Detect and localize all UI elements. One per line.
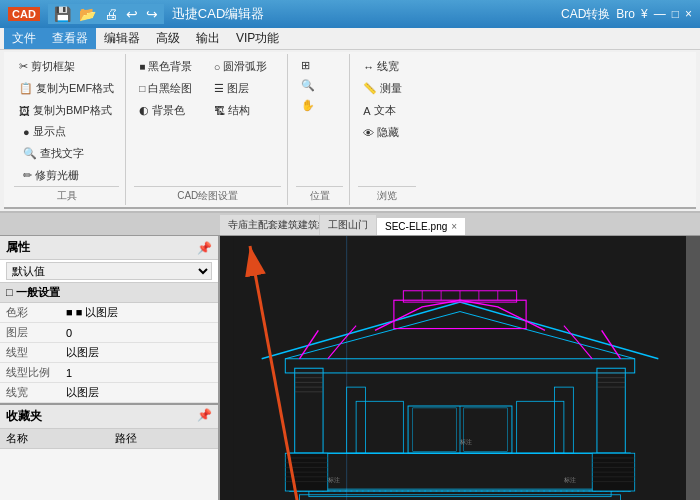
vertical-scrollbar[interactable]	[686, 236, 700, 500]
svg-text:标注: 标注	[459, 438, 472, 445]
menu-file[interactable]: 文件	[4, 28, 44, 49]
bg-color-icon: ◐	[139, 104, 149, 117]
structure-icon: 🏗	[214, 105, 225, 117]
svg-text:标注: 标注	[563, 476, 576, 483]
prop-name-1: 图层	[0, 323, 60, 343]
shelf-table: 名称 路径	[0, 429, 218, 449]
points-icon: ●	[23, 126, 30, 138]
shelf-pin-icon[interactable]: 📌	[197, 408, 212, 425]
shelf-header: 收藏夹 📌	[0, 403, 218, 429]
cut-frame-btn[interactable]: ✂ 剪切框架	[14, 56, 119, 77]
prop-section: □ 一般设置	[0, 283, 218, 303]
copy-emf-btn[interactable]: 📋 复制为EMF格式	[14, 78, 119, 99]
doc-tab-1[interactable]: 工图山门	[320, 215, 377, 235]
grid-btn[interactable]: ⊞	[296, 56, 343, 75]
menu-editor[interactable]: 编辑器	[96, 28, 148, 49]
prop-name-0: 色彩	[0, 303, 60, 323]
measure-btn[interactable]: 📏 测量	[358, 78, 416, 99]
svg-text:标注: 标注	[327, 476, 340, 483]
open-icon[interactable]: 📂	[77, 5, 98, 23]
emf-icon: 📋	[19, 82, 33, 95]
table-row: 线宽 以图层	[0, 383, 218, 403]
app-logo: CAD	[8, 7, 40, 21]
layers-icon: ☰	[214, 82, 224, 95]
prop-title: 属性	[6, 239, 30, 256]
menu-bar: 文件 查看器 编辑器 高级 输出 VIP功能	[0, 28, 700, 50]
maximize-btn[interactable]: □	[672, 7, 679, 21]
hide-btn[interactable]: 👁 隐藏	[358, 122, 416, 143]
ribbon-group-tools: ✂ 剪切框架 📋 复制为EMF格式 🖼 复制为BMP格式 ● 显示点	[8, 54, 126, 205]
print-icon[interactable]: 🖨	[102, 5, 120, 23]
redo-icon[interactable]: ↪	[144, 5, 160, 23]
bmp-icon: 🖼	[19, 105, 30, 117]
measure-icon: 📏	[363, 82, 377, 95]
prop-value-3: 1	[60, 363, 218, 383]
cut-icon: ✂	[19, 60, 28, 73]
shelf-title: 收藏夹	[6, 408, 42, 425]
table-row: 色彩 ■ ■ 以图层	[0, 303, 218, 323]
title-bar: CAD 💾 📂 🖨 ↩ ↪ 迅捷CAD编辑器 CAD转换 Bro ¥ — □ ×	[0, 0, 700, 28]
prop-table: 色彩 ■ ■ 以图层 图层 0 线型 以图层 线型比例 1 线宽 以图层	[0, 303, 218, 403]
black-bg-btn[interactable]: ■ 黑色背景	[134, 56, 207, 77]
prop-name-2: 线型	[0, 343, 60, 363]
smooth-arc-btn[interactable]: ○ 圆滑弧形	[209, 56, 282, 77]
close-tab-icon[interactable]: ×	[451, 221, 457, 232]
bg-color-btn[interactable]: ◐ 背景色	[134, 100, 207, 121]
save-icon[interactable]: 💾	[52, 5, 73, 23]
zoom-btn[interactable]: 🔍	[296, 76, 343, 95]
currency-icon: ¥	[641, 7, 648, 21]
prop-header: 属性 📌	[0, 236, 218, 260]
main-area: 属性 📌 默认值 □ 一般设置 色彩 ■ ■ 以图层 图层 0 线型	[0, 236, 700, 500]
find-icon: 🔍	[23, 147, 37, 160]
prop-select[interactable]: 默认值	[6, 262, 212, 280]
prop-value-2: 以图层	[60, 343, 218, 363]
layers-btn[interactable]: ☰ 图层	[209, 78, 282, 99]
minimize-btn[interactable]: —	[654, 7, 666, 21]
pan-btn[interactable]: ✋	[296, 96, 343, 115]
trim-raster-btn[interactable]: ✏ 修剪光栅	[18, 165, 119, 186]
ribbon-group-cad: ■ 黑色背景 □ 白黑绘图 ◐ 背景色 ○ 圆滑弧形	[128, 54, 288, 205]
close-btn[interactable]: ×	[685, 7, 692, 21]
trim-icon: ✏	[23, 169, 32, 182]
prop-value-1: 0	[60, 323, 218, 343]
doc-tabs-bar: 寺庙主配套建筑建筑结构施 工图山门 SEC-ELE.png ×	[0, 213, 700, 236]
title-bar-left: CAD 💾 📂 🖨 ↩ ↪ 迅捷CAD编辑器	[8, 4, 264, 24]
copy-bmp-btn[interactable]: 🖼 复制为BMP格式	[14, 100, 119, 121]
show-points-btn[interactable]: ● 显示点	[18, 121, 119, 142]
ribbon-group-browse: ↔ 线宽 📏 测量 A 文本 👁 隐藏 浏览	[352, 54, 422, 205]
quick-access-toolbar: 💾 📂 🖨 ↩ ↪	[48, 4, 164, 24]
menu-vip[interactable]: VIP功能	[228, 28, 287, 49]
menu-output[interactable]: 输出	[188, 28, 228, 49]
tool-buttons-2: ● 显示点 🔍 查找文字 ✏ 修剪光栅	[14, 121, 119, 186]
app-title: 迅捷CAD编辑器	[172, 5, 264, 23]
doc-tab-0[interactable]: 寺庙主配套建筑建筑结构施	[220, 215, 320, 235]
prop-name-3: 线型比例	[0, 363, 60, 383]
menu-viewer[interactable]: 查看器	[44, 28, 96, 49]
position-label: 位置	[296, 186, 343, 203]
prop-dropdown[interactable]: 默认值	[0, 260, 218, 283]
table-row: 线型比例 1	[0, 363, 218, 383]
shelf-header-row: 名称 路径	[0, 429, 218, 449]
white-black-btn[interactable]: □ 白黑绘图	[134, 78, 207, 99]
linewidth-icon: ↔	[363, 61, 374, 73]
cad-label: CAD绘图设置	[134, 186, 281, 203]
doc-tab-2[interactable]: SEC-ELE.png ×	[377, 218, 466, 235]
text-icon: A	[363, 105, 370, 117]
linewidth-btn[interactable]: ↔ 线宽	[358, 56, 416, 77]
table-row: 图层 0	[0, 323, 218, 343]
tool-buttons: ✂ 剪切框架 📋 复制为EMF格式 🖼 复制为BMP格式	[14, 56, 119, 121]
undo-icon[interactable]: ↩	[124, 5, 140, 23]
prop-value-4: 以图层	[60, 383, 218, 403]
structure-btn[interactable]: 🏗 结构	[209, 100, 282, 121]
prop-pin-icon[interactable]: 📌	[197, 241, 212, 255]
prop-value-0: ■ ■ 以图层	[60, 303, 218, 323]
cad-buttons-right: ○ 圆滑弧形 ☰ 图层 🏗 结构	[209, 56, 282, 186]
cad-buttons-left: ■ 黑色背景 □ 白黑绘图 ◐ 背景色	[134, 56, 207, 186]
title-bar-right: CAD转换 Bro ¥ — □ ×	[561, 6, 692, 23]
left-panel: 属性 📌 默认值 □ 一般设置 色彩 ■ ■ 以图层 图层 0 线型	[0, 236, 220, 500]
menu-advanced[interactable]: 高级	[148, 28, 188, 49]
shelf-col-name: 名称	[0, 429, 109, 449]
cad-drawing: —————— 标注 标注 标注	[220, 236, 700, 500]
text-btn[interactable]: A 文本	[358, 100, 416, 121]
find-text-btn[interactable]: 🔍 查找文字	[18, 143, 119, 164]
